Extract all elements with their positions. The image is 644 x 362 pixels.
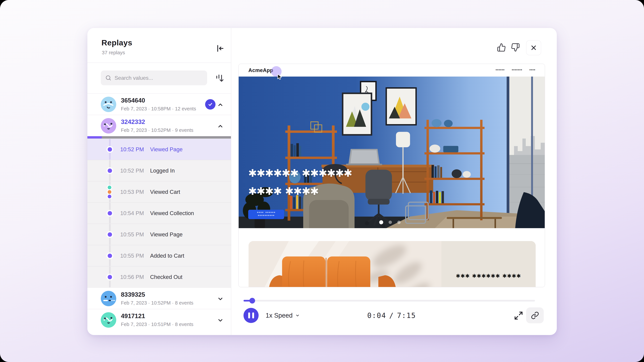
session-playback-progress[interactable]: [88, 136, 231, 139]
nav-item-redacted: ******: [496, 69, 504, 72]
hero-cta-button[interactable]: **** ****** **********: [248, 210, 284, 219]
event-dot: [108, 275, 112, 279]
event-time: 10:52 PM: [120, 146, 144, 153]
site-nav: ****** ******* ****: [496, 64, 535, 77]
product-caption-redacted: ✱✱✱ ✱✱✱✱✱✱ ✱✱✱✱: [442, 273, 536, 279]
replay-viewport: AcmeApp ****** ******* ****: [238, 64, 545, 287]
event-row[interactable]: 10:55 PM Added to Cart: [88, 245, 231, 266]
event-row[interactable]: 10:55 PM Viewed Page: [88, 224, 231, 245]
check-icon: [207, 101, 214, 108]
collapse-session-button[interactable]: [217, 122, 224, 130]
pause-icon: [252, 312, 254, 319]
session-meta: Feb 7, 2023 · 10:58PM · 12 events: [121, 106, 196, 112]
event-timeline: 10:52 PM Viewed Page 10:52 PM Logged In: [88, 139, 231, 287]
pause-icon: [248, 312, 250, 319]
session-id: 4917121: [121, 313, 145, 320]
event-label: Added to Cart: [150, 253, 184, 259]
speed-label: 1x Speed: [266, 312, 293, 319]
chevron-down-icon: [217, 317, 224, 324]
hero-banner: ✱✱✱✱✱✱ ✱✱✱✱✱✱ ✱✱✱✱ ✱✱✱✱ **** ****** ****…: [239, 77, 545, 228]
session-id: 8339325: [121, 291, 145, 298]
event-row[interactable]: 10:56 PM Checked Out: [88, 266, 231, 287]
collapse-session-button[interactable]: [217, 101, 224, 108]
replay-count: 37 replays: [102, 50, 125, 55]
event-time: 10:55 PM: [120, 253, 144, 259]
watched-check-badge: [205, 99, 216, 110]
chevron-down-icon: [295, 313, 300, 318]
sort-filter-button[interactable]: [214, 73, 225, 84]
event-dot: [108, 254, 112, 258]
time-display: 0:04 / 7:15: [358, 308, 425, 323]
link-icon: [531, 311, 539, 320]
carousel-dot[interactable]: [388, 221, 392, 224]
session-meta: Feb 7, 2023 · 10:52PM · 8 events: [121, 300, 193, 306]
product-card[interactable]: ✱✱✱ ✱✱✱✱✱✱ ✱✱✱✱: [248, 241, 536, 287]
avatar: [101, 97, 116, 112]
current-time: 0:04: [367, 311, 386, 320]
close-player-button[interactable]: [526, 40, 541, 55]
hero-subheadline-redacted: ✱✱✱✱ ✱✱✱✱: [248, 186, 318, 196]
hero-room-photo: [239, 77, 545, 228]
copy-link-button[interactable]: [526, 307, 544, 323]
chevron-down-icon: [217, 295, 224, 302]
session-row[interactable]: 8339325 Feb 7, 2023 · 10:52PM · 8 events: [88, 287, 231, 309]
divider: [88, 62, 231, 63]
event-dot: [108, 147, 112, 152]
event-label: Viewed Page: [150, 146, 183, 153]
cursor-pointer-icon: [276, 73, 283, 80]
event-label: Viewed Page: [150, 231, 183, 238]
thumbs-up-icon: [497, 43, 506, 52]
event-row-selected[interactable]: 10:52 PM Viewed Page: [88, 139, 231, 160]
expand-icon: [514, 311, 524, 320]
event-time: 10:56 PM: [120, 274, 144, 280]
event-dot: [108, 185, 111, 189]
fullscreen-button[interactable]: [514, 311, 524, 321]
event-dot: [108, 195, 111, 198]
collapse-sidebar-button[interactable]: [215, 43, 225, 53]
event-label: Viewed Collection: [150, 210, 194, 216]
search-box[interactable]: [101, 70, 207, 85]
nav-item-redacted: ****: [529, 69, 535, 72]
chevron-up-icon: [217, 123, 224, 130]
expand-session-button[interactable]: [217, 295, 224, 303]
sort-descending-icon: [214, 73, 225, 83]
playback-speed-selector[interactable]: 1x Speed: [266, 308, 300, 323]
event-label: Logged In: [150, 168, 175, 174]
session-id: 3654640: [121, 97, 145, 104]
event-dot: [108, 211, 112, 215]
close-icon: [530, 44, 537, 51]
product-photo-sofa: [248, 241, 442, 287]
replay-app-window: Replays 37 replays: [88, 28, 557, 335]
event-row[interactable]: 10:53 PM Viewed Cart: [88, 181, 231, 202]
event-label: Viewed Cart: [150, 189, 180, 195]
event-time: 10:53 PM: [120, 189, 144, 195]
session-row-selected[interactable]: 3242332 Feb 7, 2023 · 10:52PM · 9 events: [88, 115, 231, 136]
carousel-dot[interactable]: [397, 221, 401, 224]
event-row[interactable]: 10:52 PM Logged In: [88, 160, 231, 181]
thumbs-down-icon: [511, 43, 520, 52]
session-row[interactable]: 3654640 Feb 7, 2023 · 10:58PM · 12 event…: [88, 93, 231, 115]
session-row[interactable]: 4917121 Feb 7, 2023 · 10:51PM · 8 events: [88, 309, 231, 330]
event-label: Checked Out: [150, 274, 182, 280]
event-dot: [108, 169, 112, 173]
carousel-dot[interactable]: [379, 220, 383, 224]
event-time: 10:55 PM: [120, 231, 144, 238]
thumbs-down-button[interactable]: [511, 43, 520, 52]
event-time: 10:52 PM: [120, 168, 144, 174]
event-row[interactable]: 10:54 PM Viewed Collection: [88, 202, 231, 224]
total-duration: 7:15: [397, 311, 416, 320]
session-progress-fill: [88, 136, 102, 139]
playback-progress-bar[interactable]: [244, 300, 535, 302]
carousel-dots: [379, 220, 401, 224]
replays-sidebar: Replays 37 replays: [88, 28, 231, 335]
event-dot: [108, 190, 111, 194]
desktop-background: Replays 37 replays: [0, 0, 644, 362]
playback-scrubber-handle[interactable]: [250, 298, 255, 304]
search-icon: [105, 75, 112, 81]
thumbs-up-button[interactable]: [497, 43, 506, 52]
pause-button[interactable]: [244, 308, 258, 323]
playback-progress-fill: [244, 300, 252, 302]
site-topbar: AcmeApp ****** ******* ****: [239, 64, 545, 77]
expand-session-button[interactable]: [217, 317, 224, 324]
search-input[interactable]: [114, 75, 203, 81]
